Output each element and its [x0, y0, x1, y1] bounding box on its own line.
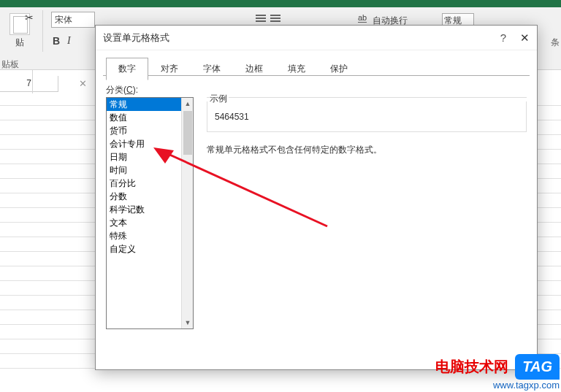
font-name-combo[interactable]: 宋体: [51, 12, 95, 28]
category-item-scientific[interactable]: 科学记数: [107, 203, 193, 216]
close-button[interactable]: ✕: [520, 31, 530, 45]
category-item-time[interactable]: 时间: [107, 164, 193, 177]
group-separator: [42, 10, 43, 52]
category-label-text: ):: [133, 85, 138, 95]
watermark-url: www.tagxp.com: [435, 380, 560, 391]
format-description: 常规单元格格式不包含任何特定的数字格式。: [207, 144, 382, 156]
category-item-accounting[interactable]: 会计专用: [107, 137, 193, 150]
watermark-tag: TAG: [515, 354, 560, 380]
format-cells-dialog: 设置单元格格式 ? ✕ 数字 对齐 字体 边框 填充 保护 分类(C): 常规 …: [95, 25, 538, 370]
tab-protection[interactable]: 保护: [318, 58, 360, 80]
category-label: 分类(C):: [106, 84, 527, 96]
scroll-thumb[interactable]: [183, 111, 192, 155]
category-item-percentage[interactable]: 百分比: [107, 177, 193, 190]
tab-fill[interactable]: 填充: [275, 58, 318, 80]
italic-button[interactable]: I: [67, 35, 71, 47]
sample-frame: 5464531: [207, 97, 527, 132]
tab-alignment[interactable]: 对齐: [148, 58, 191, 80]
tab-font[interactable]: 字体: [191, 58, 233, 80]
category-item-fraction[interactable]: 分数: [107, 190, 193, 203]
category-item-currency[interactable]: 货币: [107, 124, 193, 137]
category-listbox[interactable]: 常规 数值 货币 会计专用 日期 时间 百分比 分数 科学记数 文本 特殊 自定…: [106, 97, 194, 329]
category-label-key: C: [126, 85, 133, 95]
align-icon[interactable]: [256, 15, 266, 23]
category-label-text: 分类(: [106, 85, 126, 95]
listbox-scrollbar[interactable]: ▲ ▼: [181, 98, 193, 328]
tab-number[interactable]: 数字: [106, 58, 148, 80]
category-item-special[interactable]: 特殊: [107, 229, 193, 242]
scroll-up-icon[interactable]: ▲: [182, 98, 194, 109]
paste-label: 贴: [3, 36, 37, 49]
category-item-custom[interactable]: 自定义: [107, 242, 193, 255]
name-box[interactable]: 7: [0, 76, 58, 92]
category-item-general[interactable]: 常规: [107, 98, 193, 111]
dialog-body: 分类(C): 常规 数值 货币 会计专用 日期 时间 百分比 分数 科学记数 文…: [106, 84, 527, 359]
bold-button[interactable]: B: [53, 35, 60, 47]
watermark: 电脑技术网 TAG www.tagxp.com: [435, 354, 560, 391]
category-item-number[interactable]: 数值: [107, 111, 193, 124]
app-titlebar: [0, 0, 561, 7]
dialog-title: 设置单元格格式: [96, 26, 537, 50]
cancel-formula-icon[interactable]: ✕: [79, 78, 87, 89]
styles-group-label: 条: [551, 36, 560, 49]
tab-underline: [103, 75, 530, 76]
wrap-icon: ab: [358, 13, 367, 23]
watermark-cn: 电脑技术网: [435, 357, 508, 377]
clipboard-group-label: 贴板: [1, 58, 19, 71]
category-item-text[interactable]: 文本: [107, 216, 193, 229]
cut-icon[interactable]: ✂: [25, 12, 34, 23]
scroll-down-icon[interactable]: ▼: [182, 317, 194, 328]
tab-border[interactable]: 边框: [233, 58, 275, 80]
align-icon[interactable]: [270, 15, 280, 23]
category-item-date[interactable]: 日期: [107, 150, 193, 164]
help-button[interactable]: ?: [500, 31, 506, 44]
sample-value: 5464531: [215, 112, 249, 122]
